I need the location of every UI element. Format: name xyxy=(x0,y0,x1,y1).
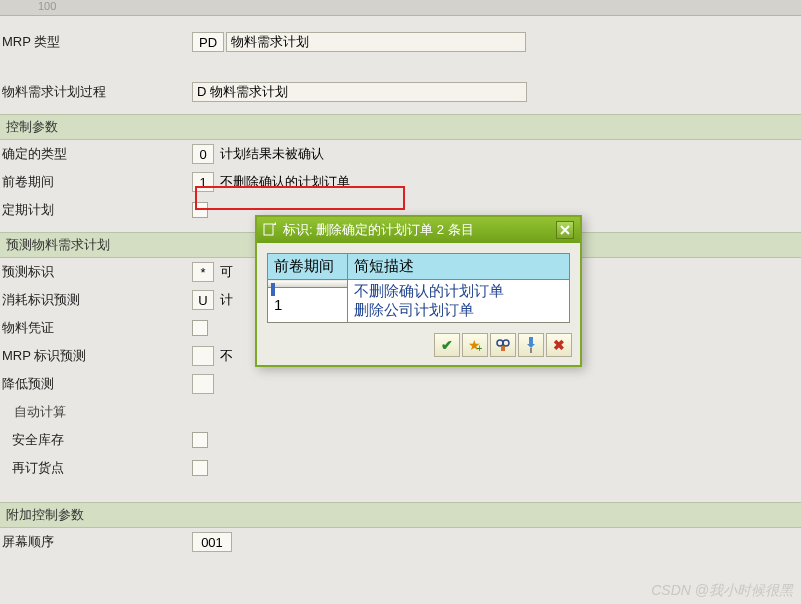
svg-rect-3 xyxy=(501,346,505,351)
row-desc: 删除公司计划订单 xyxy=(354,301,563,320)
mat-doc-label: 物料凭证 xyxy=(2,319,192,337)
col-header-code[interactable]: 前卷期间 xyxy=(268,254,348,280)
dialog-icon xyxy=(263,222,277,239)
safety-stock-label: 安全库存 xyxy=(2,431,192,449)
svg-rect-6 xyxy=(530,348,532,353)
watermark: CSDN @我小时候很黑 xyxy=(651,582,793,600)
forecast-flag-desc: 可 xyxy=(220,263,233,281)
dialog-footer: ✔ ★+ ✖ xyxy=(257,329,580,365)
ok-button[interactable]: ✔ xyxy=(434,333,460,357)
svg-point-1 xyxy=(497,340,503,346)
safety-stock-checkbox[interactable] xyxy=(192,432,208,448)
mrp-flag-forecast-label: MRP 标识预测 xyxy=(2,347,192,365)
mrp-flag-forecast-desc: 不 xyxy=(220,347,233,365)
row-code: 1 xyxy=(274,296,282,313)
reorder-point-label: 再订货点 xyxy=(2,459,192,477)
top-code: 100 xyxy=(38,0,56,12)
forecast-flag-label: 预测标识 xyxy=(2,263,192,281)
svg-marker-5 xyxy=(527,344,535,348)
roll-period-desc: 不删除确认的计划订单 xyxy=(220,173,350,191)
close-button[interactable] xyxy=(556,221,574,239)
forecast-flag-input[interactable] xyxy=(192,262,214,282)
dialog-titlebar[interactable]: 标识: 删除确定的计划订单 2 条目 xyxy=(257,217,580,243)
reorder-point-checkbox[interactable] xyxy=(192,460,208,476)
consume-forecast-label: 消耗标识预测 xyxy=(2,291,192,309)
table-row[interactable]: 不删除确认的计划订单 删除公司计划订单 xyxy=(268,280,570,288)
section-addl-control: 附加控制参数 xyxy=(0,502,801,528)
fixed-type-input[interactable] xyxy=(192,144,214,164)
roll-period-label: 前卷期间 xyxy=(2,173,192,191)
mrp-type-desc xyxy=(226,32,526,52)
reduce-forecast-label: 降低预测 xyxy=(2,375,192,393)
mrp-flag-forecast-input[interactable] xyxy=(192,346,214,366)
col-header-desc[interactable]: 简短描述 xyxy=(348,254,570,280)
fixed-type-desc: 计划结果未被确认 xyxy=(220,145,324,163)
row-desc: 不删除确认的计划订单 xyxy=(354,282,563,301)
pin-button[interactable] xyxy=(518,333,544,357)
value-help-table: 前卷期间 简短描述 不删除确认的计划订单 删除公司计划订单 1 xyxy=(267,253,570,323)
mrp-type-input[interactable] xyxy=(192,32,224,52)
svg-rect-4 xyxy=(529,337,533,344)
consume-forecast-input[interactable] xyxy=(192,290,214,310)
auto-calc-label: 自动计算 xyxy=(14,403,66,421)
dialog-title-text: 标识: 删除确定的计划订单 2 条目 xyxy=(283,221,474,239)
mrp-type-label: MRP 类型 xyxy=(2,33,192,51)
mrp-process-label: 物料需求计划过程 xyxy=(2,83,192,101)
value-help-dialog: 标识: 删除确定的计划订单 2 条目 前卷期间 简短描述 不删除确认的计划订单 … xyxy=(255,215,582,367)
cancel-button[interactable]: ✖ xyxy=(546,333,572,357)
roll-period-input[interactable] xyxy=(192,172,214,192)
svg-point-2 xyxy=(503,340,509,346)
find-button[interactable] xyxy=(490,333,516,357)
fixed-plan-label: 定期计划 xyxy=(2,201,192,219)
favorite-button[interactable]: ★+ xyxy=(462,333,488,357)
consume-forecast-desc: 计 xyxy=(220,291,233,309)
screen-seq-label: 屏幕顺序 xyxy=(2,533,192,551)
svg-rect-0 xyxy=(264,224,273,235)
fixed-plan-checkbox[interactable] xyxy=(192,202,208,218)
mrp-process-input[interactable] xyxy=(192,82,527,102)
reduce-forecast-input[interactable] xyxy=(192,374,214,394)
screen-seq-input[interactable] xyxy=(192,532,232,552)
section-control-params: 控制参数 xyxy=(0,114,801,140)
mat-doc-checkbox[interactable] xyxy=(192,320,208,336)
fixed-type-label: 确定的类型 xyxy=(2,145,192,163)
